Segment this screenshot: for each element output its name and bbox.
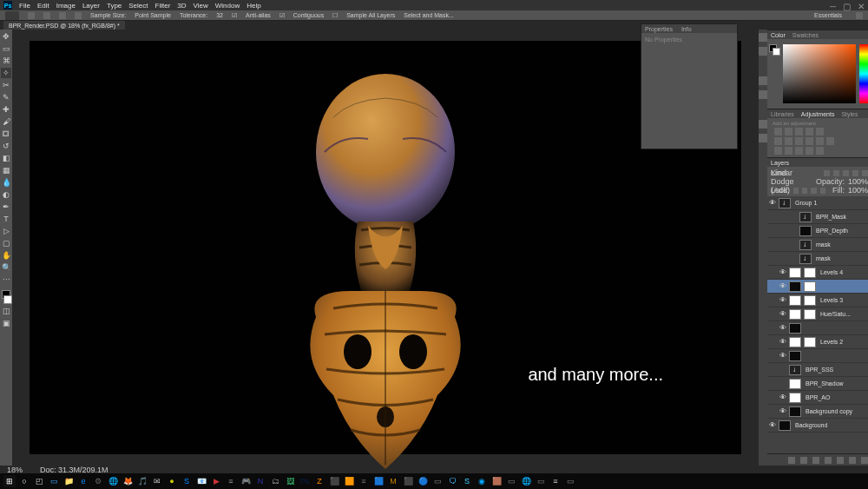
adj-invert-icon[interactable]: [774, 147, 782, 155]
swatches-tab[interactable]: Swatches: [792, 32, 819, 38]
taskbar-app-icon[interactable]: ≡: [225, 475, 237, 487]
workspace-label[interactable]: Essentials: [814, 12, 842, 18]
lasso-tool-icon[interactable]: ⌘: [1, 56, 11, 66]
hand-tool-icon[interactable]: ✋: [1, 250, 11, 261]
actions-panel-icon[interactable]: [759, 47, 767, 56]
layer-row[interactable]: 👁BPR_AO: [767, 391, 868, 405]
pen-tool-icon[interactable]: ✒: [1, 202, 11, 212]
taskbar-app-icon[interactable]: ◉: [476, 475, 488, 487]
taskbar-app-icon[interactable]: ▭: [564, 475, 576, 487]
tolerance-value[interactable]: 32: [216, 12, 223, 18]
taskbar-app-icon[interactable]: 🦊: [122, 475, 134, 487]
layer-mask-thumbnail[interactable]: [804, 295, 816, 306]
marquee-tool-icon[interactable]: ▭: [1, 43, 11, 54]
layer-row[interactable]: BPR_Shadow: [767, 377, 868, 391]
opacity-value[interactable]: 100%: [848, 177, 868, 186]
menu-type[interactable]: Type: [107, 2, 122, 10]
layer-name[interactable]: BPR_SSS: [806, 367, 833, 373]
taskbar-app-icon[interactable]: S: [181, 475, 193, 487]
taskbar-app-icon[interactable]: 📁: [62, 475, 75, 487]
layer-row[interactable]: 👁Background: [767, 419, 868, 433]
layer-thumbnail[interactable]: [789, 393, 801, 403]
menu-edit[interactable]: Edit: [37, 2, 49, 10]
taskbar-app-icon[interactable]: Z: [313, 475, 326, 487]
paragraph-panel-icon[interactable]: [759, 134, 767, 142]
layer-row[interactable]: BPR_Mask: [767, 210, 868, 224]
layer-visibility-icon[interactable]: 👁: [779, 310, 786, 318]
layer-thumbnail[interactable]: [799, 254, 812, 264]
fill-value[interactable]: 100%: [848, 186, 868, 195]
menu-select[interactable]: Select: [128, 2, 148, 10]
layer-visibility-icon[interactable]: 👁: [779, 407, 786, 415]
layer-name[interactable]: BPR_Mask: [816, 214, 846, 220]
stamp-tool-icon[interactable]: ⛋: [1, 129, 11, 139]
taskbar-app-icon[interactable]: ▶: [210, 475, 222, 487]
layer-name[interactable]: BPR_Shadow: [806, 380, 844, 387]
magic-wand-tool-icon[interactable]: ✧: [1, 68, 11, 78]
taskbar-app-icon[interactable]: ≡: [549, 475, 562, 487]
layers-tab[interactable]: Layers: [771, 160, 789, 166]
layer-row[interactable]: BPR_Depth: [767, 224, 868, 238]
adj-colorbal-icon[interactable]: [785, 137, 792, 145]
adj-hue-icon[interactable]: [774, 137, 782, 145]
layer-thumbnail[interactable]: [789, 323, 801, 334]
layer-visibility-icon[interactable]: 👁: [779, 338, 786, 346]
taskbar-app-icon[interactable]: ▭: [505, 475, 517, 487]
crop-tool-icon[interactable]: ✂: [1, 80, 11, 90]
taskbar-app-icon[interactable]: 🟦: [372, 475, 385, 487]
layer-visibility-icon[interactable]: 👁: [779, 282, 786, 290]
adj-vibrance-icon[interactable]: [816, 128, 824, 135]
color-field[interactable]: [783, 44, 856, 103]
taskbar-app-icon[interactable]: 🌐: [107, 475, 119, 487]
layers-list[interactable]: 👁Group 1BPR_MaskBPR_Depthmaskmask👁Levels…: [767, 196, 868, 453]
canvas[interactable]: and many more...: [30, 41, 741, 454]
menu-3d[interactable]: 3D: [177, 2, 186, 10]
hue-slider[interactable]: [859, 44, 868, 103]
layer-row[interactable]: BPR_SSS: [767, 363, 868, 377]
layer-name[interactable]: mask: [816, 255, 831, 261]
eyedropper-tool-icon[interactable]: ✎: [1, 92, 11, 102]
layer-name[interactable]: BPR_Depth: [816, 228, 848, 234]
close-button[interactable]: ✕: [858, 2, 865, 11]
search-icon[interactable]: [856, 12, 863, 19]
layer-thumbnail[interactable]: [799, 226, 812, 236]
quickmask-icon[interactable]: ◫: [1, 306, 11, 316]
layer-row[interactable]: 👁Levels 2: [767, 335, 868, 349]
adjustment-layer-icon[interactable]: [825, 457, 832, 464]
layer-visibility-icon[interactable]: 👁: [779, 393, 786, 401]
taskbar-app-icon[interactable]: ◰: [33, 475, 45, 487]
selection-subtract-icon[interactable]: [59, 12, 66, 19]
layer-thumbnail[interactable]: [779, 198, 791, 208]
group-icon[interactable]: [837, 457, 844, 464]
layer-thumbnail[interactable]: [789, 379, 801, 389]
layer-name[interactable]: Background copy: [806, 408, 852, 414]
lock-pixel-icon[interactable]: [802, 188, 807, 194]
taskbar-app-icon[interactable]: ▭: [431, 475, 444, 487]
layer-thumbnail[interactable]: [789, 406, 801, 417]
layer-name[interactable]: Levels 3: [820, 297, 843, 303]
layer-thumbnail[interactable]: [789, 337, 801, 347]
layer-name[interactable]: Levels 2: [820, 339, 843, 345]
path-tool-icon[interactable]: ▷: [1, 226, 11, 236]
antialias-checkbox[interactable]: ☑: [232, 12, 237, 19]
filter-smart-icon[interactable]: [862, 170, 868, 176]
background-swatch[interactable]: [3, 295, 12, 304]
adj-curves-icon[interactable]: [795, 128, 803, 135]
document-tab[interactable]: BPR_Render.PSD @ 18% (fx_RGB/8#) *: [3, 21, 125, 30]
taskbar-app-icon[interactable]: ⊞: [3, 475, 16, 487]
layer-visibility-icon[interactable]: 👁: [779, 296, 786, 304]
adj-threshold-icon[interactable]: [795, 147, 803, 155]
layer-thumbnail[interactable]: [789, 351, 801, 361]
layer-thumbnail[interactable]: [789, 309, 801, 320]
dodge-tool-icon[interactable]: ◐: [1, 189, 11, 200]
brush-tool-icon[interactable]: 🖌: [1, 116, 11, 127]
color-bg-swatch[interactable]: [773, 48, 780, 56]
taskbar-app-icon[interactable]: ●: [166, 475, 178, 487]
select-mask-button[interactable]: Select and Mask...: [404, 12, 454, 18]
layer-thumbnail[interactable]: [789, 268, 801, 278]
eraser-tool-icon[interactable]: ◧: [1, 153, 11, 163]
delete-layer-icon[interactable]: [861, 457, 868, 464]
layer-name[interactable]: Background: [795, 422, 827, 428]
layer-mask-thumbnail[interactable]: [804, 337, 816, 347]
layer-row[interactable]: 👁Group 1: [767, 196, 868, 210]
